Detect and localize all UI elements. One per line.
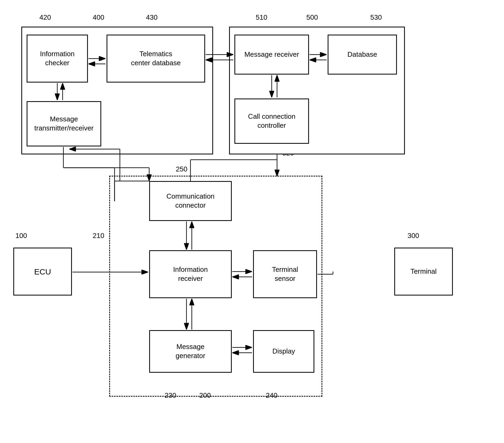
label-210: 210 <box>93 232 104 240</box>
box-terminal: Terminal <box>394 248 453 296</box>
label-400: 400 <box>93 13 104 22</box>
box-call-connection-controller: Call connectioncontroller <box>234 99 309 144</box>
label-300: 300 <box>408 232 419 240</box>
label-530: 530 <box>370 13 382 22</box>
label-510: 510 <box>256 13 267 22</box>
label-500: 500 <box>306 13 318 22</box>
box-message-transmitter-receiver: Messagetransmitter/receiver <box>27 101 101 146</box>
box-message-receiver: Message receiver <box>234 35 309 75</box>
box-display: Display <box>253 330 314 373</box>
box-information-checker: Informationchecker <box>27 35 88 83</box>
label-430: 430 <box>146 13 157 22</box>
label-100: 100 <box>15 232 27 240</box>
box-database: Database <box>328 35 397 75</box>
box-telematics-center-database: Telematicscenter database <box>107 35 205 83</box>
box-terminal-sensor: Terminalsensor <box>253 250 317 298</box>
box-information-receiver: Informationreceiver <box>149 250 232 298</box>
label-250: 250 <box>176 165 187 173</box>
box-message-generator: Messagegenerator <box>149 330 232 373</box>
box-ecu: ECU <box>13 248 72 296</box>
label-420: 420 <box>39 13 51 22</box>
box-communication-connector: Communicationconnector <box>149 181 232 221</box>
